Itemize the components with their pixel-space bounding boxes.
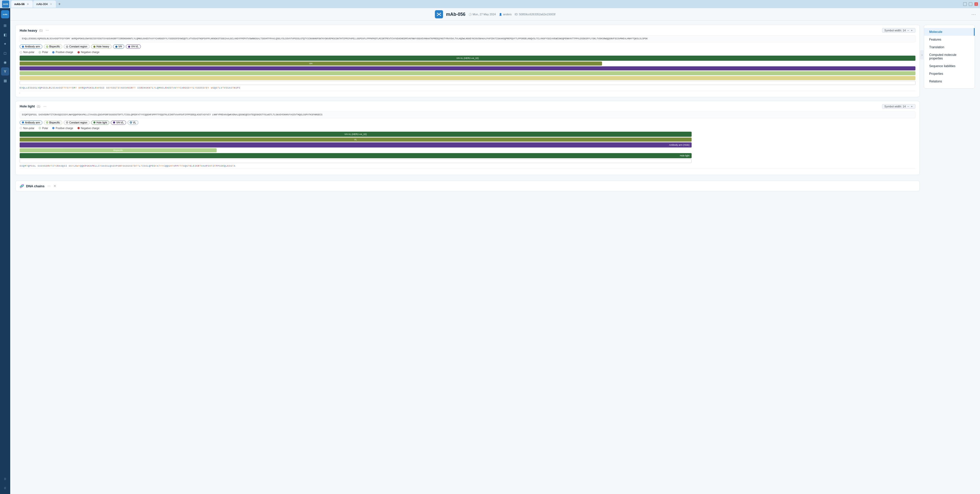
tab-mab-056-label: mAb-56 xyxy=(14,3,24,6)
tag-hole-heavy[interactable]: Hole heavy xyxy=(91,44,111,49)
nav-sequence-liabilities[interactable]: Sequence liabilities xyxy=(924,62,975,70)
hole-heavy-tracks: VH-VL (HER2-A4_02) VH xyxy=(20,56,915,85)
hole-light-tracks: VH-VL (HER2-A4_02) VL Antibody arm (Hole… xyxy=(20,132,915,163)
tab-add-button[interactable]: + xyxy=(56,1,62,7)
tag-hl-vl[interactable]: VL xyxy=(127,121,138,125)
svg-point-2 xyxy=(440,13,441,14)
svg-line-8 xyxy=(439,14,440,15)
tag-constant-region[interactable]: Constant region xyxy=(64,44,89,49)
dna-chains-title: DNA chains xyxy=(26,184,45,188)
hl-track-vl: VL xyxy=(20,138,692,141)
sidebar-star-icon[interactable]: ✦ xyxy=(1,40,9,48)
nav-features[interactable]: Features xyxy=(924,36,975,43)
nav-relations[interactable]: Relations xyxy=(924,78,975,85)
nav-computed-properties[interactable]: Computed molecule properties xyxy=(924,51,975,62)
hole-heavy-symbol-width: Symbol width: 14 − + xyxy=(882,28,915,33)
symbol-width-increase[interactable]: + xyxy=(911,29,913,32)
tab-mab-056-close[interactable]: × xyxy=(26,2,30,6)
hole-heavy-sequence: EVQLLESGGGLVQPGGSLRLSCAASGFTFSYYSMY WVRQ… xyxy=(20,35,915,42)
tab-mab-004-close[interactable]: × xyxy=(49,2,53,6)
track-light-green xyxy=(20,71,915,75)
hl-charge-positive: Positive charge xyxy=(52,127,73,130)
hl-track-vh-vl: VH-VL (HER2-A4_02) xyxy=(20,132,692,137)
sidebar-expand-icon[interactable]: ⟩⟩ xyxy=(1,475,9,483)
header-meta: 🕐 Mon, 27 May 2024 👤 anders ID: 50859cc6… xyxy=(469,13,555,16)
hole-heavy-charge-legend: Non-polar Polar Positive charge xyxy=(20,51,915,54)
sidebar-collapse-toggle[interactable]: › xyxy=(920,50,924,59)
svg-point-4 xyxy=(440,15,441,16)
tab-mab-056[interactable]: mAb-56 × xyxy=(11,0,33,8)
header-more-button[interactable]: ⋯ xyxy=(971,11,976,17)
sidebar-doc-icon[interactable]: ◻ xyxy=(1,49,9,57)
hl-track-bispecific: Bispecific xyxy=(20,148,217,152)
hole-heavy-tags: Antibody arm Bispecific Constant region xyxy=(20,44,915,49)
right-sidebar: › Molecule Features Translation Computed… xyxy=(924,25,975,89)
window-close[interactable]: × xyxy=(974,2,978,6)
nav-translation[interactable]: Translation xyxy=(924,43,975,51)
dna-chains-section: 🧬 DNA chains ⋯ ✕ xyxy=(15,181,920,191)
header-date: 🕐 Mon, 27 May 2024 xyxy=(469,13,496,16)
hole-heavy-colored-sequence: EVQLLESGGGLVQPGGSLRLSCAASGFTFSYYSMY WVRQ… xyxy=(20,86,915,90)
charge-polar: Polar xyxy=(38,51,48,54)
nav-properties[interactable]: Properties xyxy=(924,70,975,78)
sidebar-antibody-icon[interactable]: Υ xyxy=(1,67,9,76)
hole-light-colored-sequence: DIQMTQPSSL SASVGDRVTITCRASQSI SSYLNWYQQK… xyxy=(20,164,915,168)
charge-negative: Negative charge xyxy=(77,51,100,54)
hole-light-title: Hole light xyxy=(20,104,35,108)
tag-hl-antibody-arm[interactable]: Antibody arm xyxy=(20,121,42,125)
tag-vh-vl[interactable]: VH-VL xyxy=(126,44,141,49)
track-dots xyxy=(20,81,915,85)
tab-mab-004-label: mAb-004 xyxy=(36,3,48,6)
left-sidebar: mAb ⊞ ◧ ✦ ◻ ◉ Υ ▦ ⟩⟩ ⟨⟨ xyxy=(0,8,10,494)
dna-chains-more[interactable]: ⋯ xyxy=(48,184,51,188)
svg-point-1 xyxy=(437,13,438,14)
hole-light-more[interactable]: ⋯ xyxy=(43,105,46,108)
page-title: mAb-056 xyxy=(446,12,466,17)
charge-nonpolar: Non-polar xyxy=(20,51,35,54)
symbol-width-decrease[interactable]: − xyxy=(907,29,909,32)
sidebar-chart-icon[interactable]: ▦ xyxy=(1,76,9,85)
hl-track-antibody-arm: Antibody arm (Hole) xyxy=(20,142,692,148)
dna-chains-expand[interactable]: ✕ xyxy=(54,184,56,188)
hole-light-width-increase[interactable]: + xyxy=(911,105,913,108)
sidebar-logo-icon: mAb xyxy=(1,10,9,18)
molecule-icon xyxy=(435,10,443,18)
hl-track-hole-light: Hole light xyxy=(20,153,692,158)
page-header: mAb-056 🕐 Mon, 27 May 2024 👤 anders ID: … xyxy=(10,8,980,21)
window-maximize[interactable] xyxy=(969,2,972,6)
tag-antibody-arm[interactable]: Antibody arm xyxy=(20,44,42,49)
tab-mab-004[interactable]: mAb-004 × xyxy=(33,0,56,8)
sidebar-collapse-icon[interactable]: ⟨⟨ xyxy=(1,484,9,492)
hole-light-width-decrease[interactable]: − xyxy=(907,105,909,108)
header-id: ID: 50859cc6263352a62e15003f xyxy=(515,13,555,16)
tag-vh[interactable]: VH xyxy=(113,44,124,49)
hole-light-tags: Antibody arm Bispecific Constant region xyxy=(20,121,915,125)
tag-bispecific[interactable]: Bispecific xyxy=(44,44,62,49)
sidebar-eye-icon[interactable]: ◉ xyxy=(1,58,9,66)
svg-point-3 xyxy=(437,15,438,16)
track-vh-vl-her2: VH-VL (HER2-A4_02) xyxy=(20,56,915,61)
hole-heavy-section: Hole heavy (1) ⋯ Symbol width: 14 − + xyxy=(15,25,920,97)
tag-hl-hole-light[interactable]: Hole light xyxy=(91,121,110,125)
hole-light-charge-legend: Non-polar Polar Positive charge xyxy=(20,127,915,130)
hl-sequence-ruler xyxy=(20,169,915,172)
tag-hl-vh-vl[interactable]: VH-VL xyxy=(111,121,126,125)
tag-hl-constant-region[interactable]: Constant region xyxy=(64,121,89,125)
hole-heavy-more[interactable]: ⋯ xyxy=(46,29,49,32)
sidebar-layers-icon[interactable]: ◧ xyxy=(1,31,9,39)
header-user: 👤 anders xyxy=(499,13,512,16)
hole-light-count: (1) xyxy=(37,105,40,108)
symbol-width-label: Symbol width: 14 xyxy=(884,29,906,32)
hole-light-symbol-width: Symbol width: 14 − + xyxy=(882,104,915,109)
hole-light-section: Hole light (1) ⋯ Symbol width: 14 − + xyxy=(15,101,920,175)
svg-line-5 xyxy=(438,14,438,14)
app-logo: mAb xyxy=(2,0,9,8)
window-minimize[interactable] xyxy=(963,2,967,6)
dna-icon: 🧬 xyxy=(20,184,24,188)
sidebar-grid-icon[interactable]: ⊞ xyxy=(1,21,9,30)
sequence-ruler xyxy=(20,91,915,94)
nav-molecule[interactable]: Molecule xyxy=(924,28,975,36)
hole-light-sequence: DIQMTQSPSSL SASVGDRVTITCRASQSISSYLNWYQQK… xyxy=(20,111,915,118)
tag-hl-bispecific[interactable]: Bispecific xyxy=(44,121,62,125)
hl-track-dots xyxy=(20,159,692,163)
